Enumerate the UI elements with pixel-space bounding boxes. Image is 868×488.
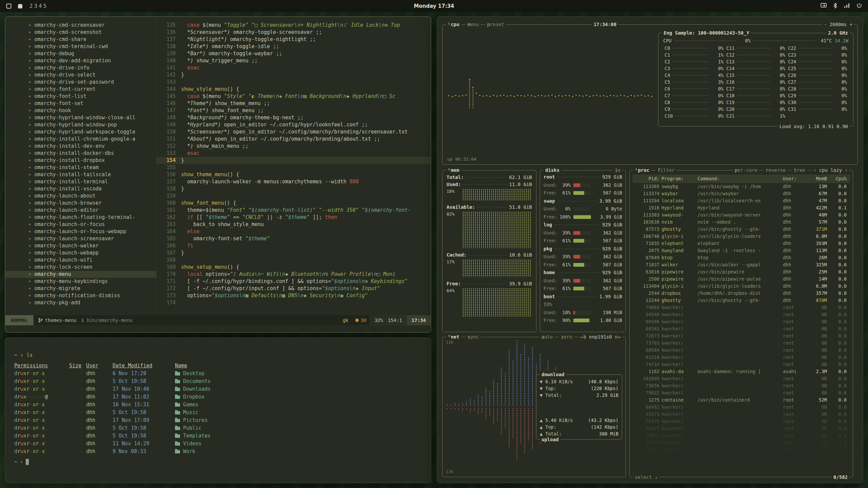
process-row[interactable]: 71835elephantelephantdhh393M0.0 (632, 240, 850, 247)
file-item[interactable]: ∗omarchy-install-tailscale (27, 171, 156, 178)
update-interval-control[interactable]: - 2000ms + (822, 21, 854, 28)
process-row[interactable]: 113365swaybg/usr/bin/swaybg -i /homdhh13… (632, 183, 850, 190)
dir-name[interactable]: Games (175, 401, 422, 409)
workspace-3[interactable]: 3 (34, 3, 38, 9)
file-item[interactable]: ∗omarchy-cmd-share (27, 36, 156, 43)
file-item[interactable]: ∗omarchy-hyprland-workspace-toggle (27, 128, 156, 136)
preset-button[interactable]: preset (485, 21, 506, 28)
filter-button[interactable]: filter (656, 167, 676, 174)
code-line[interactable]: 168 (157, 257, 431, 264)
file-item[interactable]: ∗omarchy-pkg-add (27, 299, 156, 306)
select-hint[interactable]: select ↓ (633, 474, 659, 480)
process-row[interactable]: 68584kworker/root0B0.0 (632, 347, 850, 354)
process-row[interactable]: 102101kworker/root0B0.0 (632, 446, 850, 453)
code-line[interactable]: 163 back_to show_style_menu (157, 221, 431, 228)
file-item[interactable]: ∗omarchy-hyprland-window-pop (27, 121, 156, 128)
proc-header[interactable]: Pid: Program: Command: User: MemB Cpu% (632, 175, 850, 183)
code-line[interactable]: 149 *Hyprland*) open_in_editor ~/.config… (157, 121, 431, 128)
process-row[interactable]: 2506pipewire/usr/bin/pipewire-pulsedhh14… (632, 276, 850, 283)
process-row[interactable]: 94540kworker/root0B0.0 (632, 311, 850, 318)
code-line[interactable]: 161 theme=$(menu "Font" "$(omarchy-font-… (157, 207, 431, 214)
code-line[interactable]: 169show_setup_menu() { (157, 264, 431, 271)
code-line[interactable]: 171 [ -f ~/.config/hypr/bindings.conf ] … (157, 278, 431, 285)
file-item[interactable]: ∗omarchy-lock-screen (27, 264, 156, 271)
dir-name[interactable]: Music (175, 409, 422, 416)
dir-name[interactable]: Work (175, 448, 422, 455)
code-line[interactable]: 159 (157, 192, 431, 200)
process-row[interactable]: 76375kworker/root0B0.0 (632, 418, 850, 425)
code-line[interactable]: 172 [ -f ~/.config/hypr/input.conf ] && … (157, 285, 431, 292)
code-line[interactable]: 135 case $(menu "Toggle" "□ Screensaver\… (157, 22, 431, 29)
process-row[interactable]: 102638nvimnvim --embed .dhh57M0.0 (632, 219, 850, 226)
menu-button[interactable]: menu (466, 21, 481, 28)
file-item[interactable]: ∗omarchy-launch-or-focus (27, 221, 156, 228)
file-item[interactable]: ∗omarchy-font-list (27, 93, 156, 100)
reverse-button[interactable]: reverse (764, 167, 787, 174)
code-line[interactable]: 167} (157, 249, 431, 257)
code-line[interactable]: 152 *) show_main_menu ;; (157, 143, 431, 150)
file-item[interactable]: ∗omarchy-install-terminal (27, 178, 156, 185)
process-row[interactable]: 74733kworker/root0B0.0 (632, 361, 850, 368)
code-line[interactable]: 156show_theme_menu() { (157, 171, 431, 178)
file-item[interactable]: ∗omarchy-install-vscode (27, 185, 156, 192)
bluetooth-icon[interactable] (833, 3, 837, 10)
interface-switcher[interactable]: ←b enp191s0 n→ (579, 333, 622, 340)
code-line[interactable]: 155 (157, 164, 431, 171)
file-item[interactable]: ∗omarchy-launch-floating-terminal- (27, 214, 156, 221)
dir-name[interactable]: Desktop (175, 370, 422, 378)
code-line[interactable]: 148 *Background*) omarchy-theme-bg-next … (157, 114, 431, 121)
process-row[interactable]: 76377kworker/root0B0.0 (632, 425, 850, 432)
workspace-active-indicator[interactable] (18, 4, 23, 9)
file-item[interactable]: ∗omarchy-install-dev-env (27, 143, 156, 150)
code-line[interactable]: 164 else (157, 228, 431, 235)
process-row[interactable]: 113404glycin-i/usr/lib/glycin-loadersdhh… (632, 283, 850, 290)
zero-button[interactable]: zero (559, 333, 574, 340)
terminal-window[interactable]: ~ › ls Permissions Size User Date Modifi… (5, 338, 431, 483)
process-row[interactable]: 1916HyprlandHyprlanddhh422M0.1 (632, 204, 850, 211)
file-item[interactable]: ∗omarchy-launch-browser (27, 200, 156, 207)
volume-meter-icon[interactable] (844, 3, 850, 9)
code-line[interactable]: 147 *Font*) show_font_menu ;; (157, 107, 431, 114)
per-core-button[interactable]: per-core (733, 167, 759, 174)
workspace-2[interactable]: 2 (29, 3, 34, 9)
code-line[interactable]: 144show_style_menu() { (157, 86, 431, 93)
dir-name[interactable]: Videos (175, 440, 422, 448)
process-row[interactable]: 74869kworker/root0B0.0 (632, 304, 850, 311)
shell-prompt-empty[interactable]: ~ › (14, 459, 422, 465)
file-item[interactable]: ∗omarchy-debug (27, 50, 156, 57)
code-line[interactable]: 139 *Bar*) omarchy-toggle-waybar ;; (157, 50, 431, 57)
file-item[interactable]: ∗omarchy-menu (5, 271, 156, 278)
code-line[interactable]: 142} (157, 72, 431, 79)
code-line[interactable]: 137 *Nightlight*) omarchy-toggle-nightli… (157, 36, 431, 43)
process-row[interactable]: 1275containe/usr/bin/containerdroot52M0.… (632, 396, 850, 404)
dir-name[interactable]: Pictures (175, 416, 422, 424)
process-row[interactable]: 2075XwaylandXwayland :1 -rootless -dhh11… (632, 247, 850, 254)
code-line[interactable]: 136 *Screensaver*) omarchy-toggle-screen… (157, 29, 431, 36)
dir-name[interactable]: Downloads (175, 385, 422, 393)
process-row[interactable]: 96574kworker/root0B0.0 (632, 439, 850, 446)
file-item[interactable]: ∗omarchy-install-docker-dbs (27, 150, 156, 157)
sort-selector[interactable]: ‹ cpu lazy › (812, 167, 849, 174)
code-line[interactable]: 143 (157, 79, 431, 86)
process-row[interactable]: 73703kworker/root0B0.0 (632, 340, 850, 347)
code-line[interactable]: 165 omarchy-font-set "$theme" (157, 235, 431, 242)
file-item[interactable]: ∗omarchy-install-dropbox (27, 157, 156, 164)
process-row[interactable]: 113374waybar/usr/bin/waybardhh67M0.0 (632, 190, 850, 197)
file-item[interactable]: ∗omarchy-notification-dismiss (27, 292, 156, 299)
dir-name[interactable]: Documents (175, 378, 422, 385)
file-item[interactable]: ∗omarchy-launch-editor (27, 207, 156, 214)
workspace-4[interactable]: 4 (38, 3, 43, 9)
file-item[interactable]: ∗omarchy-migrate (27, 285, 156, 292)
code-line[interactable]: 145 case $(menu "Style" "◐ Theme\n◈ Font… (157, 93, 431, 100)
file-item[interactable]: ∗omarchy-install-steam (27, 164, 156, 171)
sync-button[interactable]: sync (466, 333, 481, 340)
process-row[interactable]: 81310kworker/root0B0.0 (632, 354, 850, 361)
file-item[interactable]: ∗omarchy-cmd-screenshot (27, 29, 156, 36)
code-line[interactable]: 166 fi (157, 242, 431, 249)
file-item[interactable]: ∗omarchy-menu-keybindings (27, 278, 156, 285)
code-line[interactable]: 174 (157, 299, 431, 306)
process-row[interactable]: 102099kworker/root0B0.0 (632, 375, 850, 382)
code-line[interactable]: 154} (157, 157, 431, 164)
file-item[interactable]: ∗omarchy-launch-about (27, 192, 156, 200)
process-row[interactable]: 72073kworker/root0B0.0 (632, 332, 850, 340)
